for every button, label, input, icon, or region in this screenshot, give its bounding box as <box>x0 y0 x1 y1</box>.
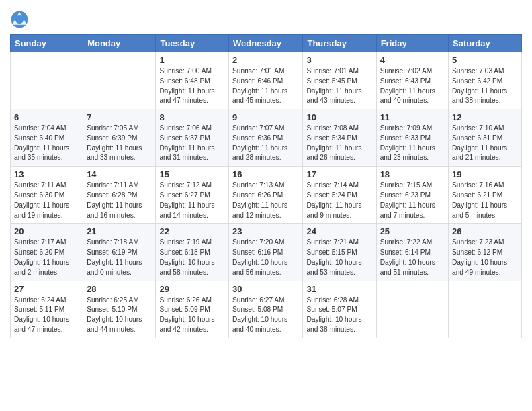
calendar-week-row: 27Sunrise: 6:24 AMSunset: 5:11 PMDayligh… <box>11 281 522 338</box>
calendar-cell: 18Sunrise: 7:15 AMSunset: 6:23 PMDayligh… <box>376 167 448 224</box>
calendar-cell: 22Sunrise: 7:19 AMSunset: 6:18 PMDayligh… <box>156 224 229 281</box>
day-info: Sunrise: 7:20 AMSunset: 6:16 PMDaylight:… <box>232 238 299 277</box>
calendar: SundayMondayTuesdayWednesdayThursdayFrid… <box>10 34 522 338</box>
day-number: 10 <box>306 112 372 122</box>
day-number: 19 <box>452 169 518 179</box>
calendar-cell: 5Sunrise: 7:03 AMSunset: 6:42 PMDaylight… <box>449 52 522 109</box>
day-number: 1 <box>159 55 225 65</box>
calendar-cell: 24Sunrise: 7:21 AMSunset: 6:15 PMDayligh… <box>303 224 376 281</box>
day-number: 8 <box>159 112 225 122</box>
day-info: Sunrise: 7:17 AMSunset: 6:20 PMDaylight:… <box>14 238 79 277</box>
day-info: Sunrise: 7:01 AMSunset: 6:46 PMDaylight:… <box>232 66 299 106</box>
day-number: 4 <box>380 55 445 65</box>
day-of-week-header: Thursday <box>303 35 376 52</box>
calendar-cell: 28Sunrise: 6:25 AMSunset: 5:10 PMDayligh… <box>83 281 156 338</box>
logo-icon <box>10 10 29 29</box>
page: SundayMondayTuesdayWednesdayThursdayFrid… <box>0 0 532 411</box>
day-info: Sunrise: 7:14 AMSunset: 6:24 PMDaylight:… <box>306 181 372 220</box>
day-info: Sunrise: 7:06 AMSunset: 6:37 PMDaylight:… <box>159 124 225 163</box>
calendar-cell: 13Sunrise: 7:11 AMSunset: 6:30 PMDayligh… <box>11 167 83 224</box>
calendar-cell: 25Sunrise: 7:22 AMSunset: 6:14 PMDayligh… <box>376 224 448 281</box>
day-of-week-header: Monday <box>83 35 156 52</box>
day-number: 17 <box>306 169 372 179</box>
day-of-week-header: Friday <box>376 35 448 52</box>
day-number: 13 <box>14 169 79 179</box>
calendar-cell: 12Sunrise: 7:10 AMSunset: 6:31 PMDayligh… <box>449 109 522 167</box>
day-number: 26 <box>452 226 518 236</box>
calendar-cell <box>449 281 522 338</box>
calendar-cell <box>376 281 448 338</box>
day-number: 27 <box>14 284 79 294</box>
day-info: Sunrise: 7:11 AMSunset: 6:30 PMDaylight:… <box>14 181 79 220</box>
header <box>10 7 522 29</box>
day-number: 25 <box>380 226 445 236</box>
day-number: 28 <box>87 284 152 294</box>
calendar-cell <box>11 52 83 109</box>
day-of-week-header: Wednesday <box>229 35 303 52</box>
calendar-cell: 27Sunrise: 6:24 AMSunset: 5:11 PMDayligh… <box>11 281 83 338</box>
day-number: 18 <box>380 169 445 179</box>
calendar-cell: 30Sunrise: 6:27 AMSunset: 5:08 PMDayligh… <box>229 281 303 338</box>
calendar-week-row: 13Sunrise: 7:11 AMSunset: 6:30 PMDayligh… <box>11 167 522 224</box>
day-number: 2 <box>232 55 299 65</box>
day-info: Sunrise: 7:23 AMSunset: 6:12 PMDaylight:… <box>452 238 518 277</box>
day-of-week-header: Sunday <box>11 35 83 52</box>
day-info: Sunrise: 7:16 AMSunset: 6:21 PMDaylight:… <box>452 181 518 220</box>
calendar-cell: 31Sunrise: 6:28 AMSunset: 5:07 PMDayligh… <box>303 281 376 338</box>
calendar-cell: 11Sunrise: 7:09 AMSunset: 6:33 PMDayligh… <box>376 109 448 167</box>
day-info: Sunrise: 7:11 AMSunset: 6:28 PMDaylight:… <box>87 181 152 220</box>
calendar-cell: 23Sunrise: 7:20 AMSunset: 6:16 PMDayligh… <box>229 224 303 281</box>
calendar-cell: 1Sunrise: 7:00 AMSunset: 6:48 PMDaylight… <box>156 52 229 109</box>
calendar-cell: 9Sunrise: 7:07 AMSunset: 6:36 PMDaylight… <box>229 109 303 167</box>
day-of-week-header: Tuesday <box>156 35 229 52</box>
calendar-cell: 21Sunrise: 7:18 AMSunset: 6:19 PMDayligh… <box>83 224 156 281</box>
calendar-cell: 17Sunrise: 7:14 AMSunset: 6:24 PMDayligh… <box>303 167 376 224</box>
day-info: Sunrise: 7:01 AMSunset: 6:45 PMDaylight:… <box>306 66 372 106</box>
day-info: Sunrise: 7:03 AMSunset: 6:42 PMDaylight:… <box>452 66 518 106</box>
day-info: Sunrise: 7:04 AMSunset: 6:40 PMDaylight:… <box>14 124 79 163</box>
day-number: 14 <box>87 169 152 179</box>
day-info: Sunrise: 7:05 AMSunset: 6:39 PMDaylight:… <box>87 124 152 163</box>
day-info: Sunrise: 7:08 AMSunset: 6:34 PMDaylight:… <box>306 124 372 163</box>
day-number: 21 <box>87 226 152 236</box>
calendar-week-row: 1Sunrise: 7:00 AMSunset: 6:48 PMDaylight… <box>11 52 522 109</box>
day-of-week-header: Saturday <box>449 35 522 52</box>
calendar-cell: 19Sunrise: 7:16 AMSunset: 6:21 PMDayligh… <box>449 167 522 224</box>
day-number: 29 <box>159 284 225 294</box>
day-number: 11 <box>380 112 445 122</box>
day-number: 24 <box>306 226 372 236</box>
day-info: Sunrise: 7:15 AMSunset: 6:23 PMDaylight:… <box>380 181 445 220</box>
calendar-cell: 16Sunrise: 7:13 AMSunset: 6:26 PMDayligh… <box>229 167 303 224</box>
calendar-cell: 4Sunrise: 7:02 AMSunset: 6:43 PMDaylight… <box>376 52 448 109</box>
calendar-cell: 29Sunrise: 6:26 AMSunset: 5:09 PMDayligh… <box>156 281 229 338</box>
day-number: 23 <box>232 226 299 236</box>
day-number: 20 <box>14 226 79 236</box>
day-info: Sunrise: 6:24 AMSunset: 5:11 PMDaylight:… <box>14 295 79 335</box>
day-number: 7 <box>87 112 152 122</box>
day-info: Sunrise: 7:07 AMSunset: 6:36 PMDaylight:… <box>232 124 299 163</box>
calendar-cell: 15Sunrise: 7:12 AMSunset: 6:27 PMDayligh… <box>156 167 229 224</box>
logo <box>10 10 30 29</box>
day-info: Sunrise: 7:19 AMSunset: 6:18 PMDaylight:… <box>159 238 225 277</box>
day-number: 6 <box>14 112 79 122</box>
day-number: 9 <box>232 112 299 122</box>
day-info: Sunrise: 7:00 AMSunset: 6:48 PMDaylight:… <box>159 66 225 106</box>
calendar-cell: 10Sunrise: 7:08 AMSunset: 6:34 PMDayligh… <box>303 109 376 167</box>
day-info: Sunrise: 7:09 AMSunset: 6:33 PMDaylight:… <box>380 124 445 163</box>
day-info: Sunrise: 7:10 AMSunset: 6:31 PMDaylight:… <box>452 124 518 163</box>
day-number: 31 <box>306 284 372 294</box>
calendar-week-row: 6Sunrise: 7:04 AMSunset: 6:40 PMDaylight… <box>11 109 522 167</box>
day-info: Sunrise: 7:02 AMSunset: 6:43 PMDaylight:… <box>380 66 445 106</box>
day-info: Sunrise: 6:28 AMSunset: 5:07 PMDaylight:… <box>306 295 372 335</box>
day-number: 16 <box>232 169 299 179</box>
calendar-cell: 2Sunrise: 7:01 AMSunset: 6:46 PMDaylight… <box>229 52 303 109</box>
day-number: 5 <box>452 55 518 65</box>
calendar-cell: 3Sunrise: 7:01 AMSunset: 6:45 PMDaylight… <box>303 52 376 109</box>
calendar-cell: 26Sunrise: 7:23 AMSunset: 6:12 PMDayligh… <box>449 224 522 281</box>
calendar-cell: 8Sunrise: 7:06 AMSunset: 6:37 PMDaylight… <box>156 109 229 167</box>
calendar-cell <box>83 52 156 109</box>
calendar-cell: 14Sunrise: 7:11 AMSunset: 6:28 PMDayligh… <box>83 167 156 224</box>
calendar-cell: 7Sunrise: 7:05 AMSunset: 6:39 PMDaylight… <box>83 109 156 167</box>
day-info: Sunrise: 7:22 AMSunset: 6:14 PMDaylight:… <box>380 238 445 277</box>
calendar-week-row: 20Sunrise: 7:17 AMSunset: 6:20 PMDayligh… <box>11 224 522 281</box>
